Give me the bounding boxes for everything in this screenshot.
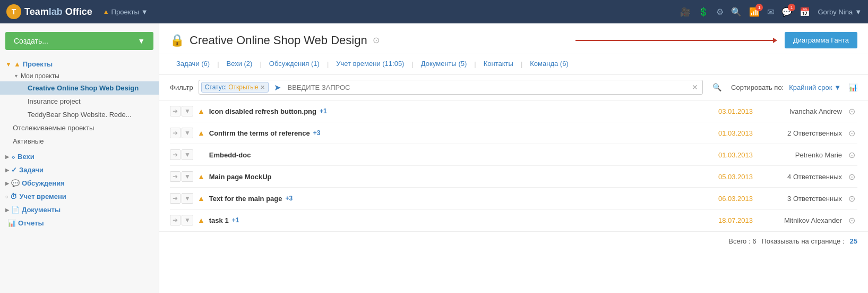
- task-info-btn[interactable]: ⊙: [846, 172, 857, 182]
- task-plus-badge[interactable]: +3: [313, 129, 321, 137]
- info-icon[interactable]: ⊙: [373, 35, 380, 45]
- sidebar-item-tracked[interactable]: Отслеживаемые проекты: [0, 121, 159, 135]
- task-down-btn[interactable]: ▼: [182, 149, 193, 160]
- task-name[interactable]: Embedd-doc: [209, 151, 701, 159]
- tabs: Задачи (6) | Вехи (2) | Обсуждения (1) |…: [159, 54, 868, 74]
- task-down-btn[interactable]: ▼: [182, 215, 193, 225]
- content-footer: Всего : 6 Показывать на странице : 25: [159, 231, 868, 250]
- money-icon[interactable]: 💲: [698, 7, 709, 17]
- task-move-btn[interactable]: ➜: [170, 106, 181, 116]
- task-down-btn[interactable]: ▼: [182, 171, 193, 182]
- table-row: ➜ ▼ ▲ Embedd-doc 01.03.2013 Petrenko Mar…: [170, 144, 857, 166]
- task-assignee: Ivanchak Andrew: [757, 107, 842, 115]
- tab-discussions[interactable]: Обсуждения (1): [263, 54, 326, 74]
- filter-add-button[interactable]: ➤: [271, 82, 284, 93]
- chat-badge: 1: [788, 4, 795, 11]
- task-down-btn[interactable]: ▼: [182, 106, 193, 116]
- task-row-actions: ➜ ▼: [170, 193, 193, 204]
- task-down-btn[interactable]: ▼: [182, 128, 193, 138]
- task-assignee: Petrenko Marie: [757, 151, 842, 159]
- sidebar-item-my-projects[interactable]: ▼ Мои проекты: [0, 71, 159, 81]
- table-row: ➜ ▼ ▲ task 1 +1 18.07.2013 Mitnikov Alex…: [170, 210, 857, 231]
- top-nav: T Teamlab Office ▲ Проекты ▼ 🎥 💲 ⚙ 🔍 📶 1…: [0, 0, 868, 23]
- task-info-btn[interactable]: ⊙: [846, 150, 857, 160]
- task-name[interactable]: Confirm the terms of reference +3: [209, 129, 701, 137]
- task-row-actions: ➜ ▼: [170, 215, 193, 225]
- sidebar-item-active[interactable]: Активные: [0, 135, 159, 148]
- task-move-btn[interactable]: ➜: [170, 149, 181, 160]
- task-row-actions: ➜ ▼: [170, 149, 193, 160]
- table-row: ➜ ▼ ▲ Text for the main page +3 06.03.20…: [170, 188, 857, 210]
- tab-milestones[interactable]: Вехи (2): [220, 54, 259, 74]
- task-plus-badge[interactable]: +1: [232, 216, 239, 224]
- my-projects-arrow: ▼: [14, 73, 19, 79]
- task-down-btn[interactable]: ▼: [182, 193, 193, 204]
- task-move-btn[interactable]: ➜: [170, 128, 181, 138]
- tasks-icon: ✓: [11, 166, 17, 174]
- filter-tag-remove[interactable]: ✕: [260, 84, 265, 91]
- gear-icon[interactable]: ⚙: [716, 7, 724, 17]
- milestones-icon: ⬦: [11, 153, 15, 161]
- task-priority-icon: ▲: [197, 150, 205, 159]
- sidebar-item-projects[interactable]: ▼ ▲ Проекты: [0, 57, 159, 71]
- filter-search-icon[interactable]: 🔍: [708, 83, 726, 91]
- documents-arrow: ▶: [5, 207, 9, 213]
- tasks-arrow: ▶: [5, 168, 9, 173]
- task-name[interactable]: task 1 +1: [209, 216, 701, 224]
- chat-icon[interactable]: 💬 1: [781, 7, 792, 17]
- task-plus-badge[interactable]: +3: [285, 195, 293, 202]
- filter-text-input[interactable]: [284, 81, 687, 94]
- tab-team[interactable]: Команда (6): [523, 54, 574, 74]
- page-title: Creative Online Shop Web Design: [190, 34, 367, 47]
- task-info-btn[interactable]: ⊙: [846, 106, 857, 116]
- mail-icon[interactable]: ✉: [767, 7, 774, 17]
- sidebar-item-teddybear[interactable]: TeddyBear Shop Website. Rede...: [0, 108, 159, 121]
- tab-documents[interactable]: Документы (5): [415, 54, 474, 74]
- task-name[interactable]: Icon disabled refresh button.png +1: [209, 107, 701, 115]
- tab-time[interactable]: Учет времени (11:05): [330, 54, 410, 74]
- sidebar-item-tasks[interactable]: ▶ ✓ Задачи: [0, 163, 159, 177]
- sidebar-item-discussions[interactable]: ▶ 💬 Обсуждения: [0, 177, 159, 190]
- sidebar-section-projects: ▼ ▲ Проекты ▼ Мои проекты Creative Onlin…: [0, 57, 159, 148]
- table-row: ➜ ▼ ▲ Confirm the terms of reference +3 …: [170, 122, 857, 144]
- task-name[interactable]: Text for the main page +3: [209, 195, 701, 203]
- task-move-btn[interactable]: ➜: [170, 215, 181, 225]
- logo[interactable]: T Teamlab Office: [6, 4, 92, 19]
- filter-input-wrap: Статус: Открытые ✕ ➤ ✕: [199, 80, 703, 95]
- task-move-btn[interactable]: ➜: [170, 171, 181, 182]
- tab-sep-3: |: [326, 60, 330, 68]
- sort-value[interactable]: Крайний срок ▼: [789, 83, 841, 91]
- red-arrowhead: [773, 38, 777, 43]
- milestones-label: Вехи: [18, 153, 35, 161]
- task-info-btn[interactable]: ⊙: [846, 128, 857, 138]
- search-icon[interactable]: 🔍: [731, 7, 742, 17]
- task-move-btn[interactable]: ➜: [170, 193, 181, 204]
- per-page-value[interactable]: 25: [850, 237, 857, 245]
- filter-tag-status[interactable]: Статус: Открытые ✕: [201, 82, 269, 93]
- create-button[interactable]: Создать... ▼: [5, 32, 153, 50]
- filter-clear-button[interactable]: ✕: [687, 83, 702, 91]
- user-menu[interactable]: Gorby Nina ▼: [818, 8, 862, 16]
- sidebar-item-milestones[interactable]: ▶ ⬦ Вехи: [0, 150, 159, 163]
- sidebar-item-time[interactable]: ○ ⏱ Учет времени: [0, 190, 159, 203]
- task-date: 01.03.2013: [705, 151, 753, 159]
- task-info-btn[interactable]: ⊙: [846, 215, 857, 225]
- tab-tasks[interactable]: Задачи (6): [170, 54, 216, 74]
- task-name[interactable]: Main page MockUp: [209, 173, 701, 181]
- video-icon[interactable]: 🎥: [680, 7, 691, 17]
- signal-icon[interactable]: 📶 1: [749, 7, 760, 17]
- sidebar-item-documents[interactable]: ▶ 📄 Документы: [0, 203, 159, 216]
- task-plus-badge[interactable]: +1: [320, 107, 327, 115]
- gantt-button[interactable]: Диаграмма Ганта: [785, 32, 857, 48]
- calendar-icon[interactable]: 📅: [800, 7, 810, 17]
- create-arrow: ▼: [137, 37, 145, 45]
- sidebar-item-insurance[interactable]: Insurance project: [0, 95, 159, 108]
- tab-contacts[interactable]: Контакты: [477, 54, 520, 74]
- task-info-btn[interactable]: ⊙: [846, 194, 857, 204]
- nav-projects[interactable]: ▲ Проекты ▼: [103, 8, 148, 16]
- task-assignee: 3 Ответственных: [757, 195, 842, 203]
- sidebar-item-reports[interactable]: 📊 Отчеты: [0, 216, 159, 230]
- sort-chart-icon[interactable]: 📊: [848, 83, 857, 91]
- sidebar-item-creative-shop[interactable]: Creative Online Shop Web Design: [0, 81, 159, 95]
- insurance-label: Insurance project: [28, 97, 81, 105]
